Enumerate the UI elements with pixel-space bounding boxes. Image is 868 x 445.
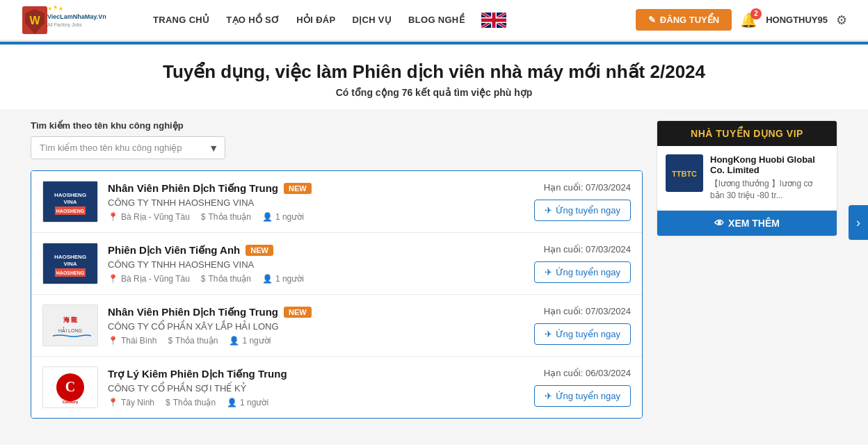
job-deadline: Hạn cuối: 07/03/2024 bbox=[544, 244, 631, 254]
table-row: HAOSHENG VINA HAOSHENG Phiên Dịch Viên T… bbox=[31, 233, 642, 295]
person-icon: 👤 bbox=[227, 398, 237, 407]
send-icon: ✈ bbox=[545, 391, 552, 401]
svg-text:C: C bbox=[65, 379, 75, 394]
vip-company-logo: TTBTC bbox=[666, 154, 703, 192]
dang-tuyen-label: ĐĂNG TUYỂN bbox=[660, 15, 719, 25]
main-content: Tìm kiếm theo tên khu công nghiệp Tìm ki… bbox=[31, 120, 643, 419]
nav-hoi-dap[interactable]: HỎI ĐÁP bbox=[296, 15, 335, 25]
svg-text:TTBTC: TTBTC bbox=[672, 170, 697, 178]
job-title: Nhân Viên Phiên Dịch Tiếng Trung bbox=[108, 182, 278, 195]
job-deadline: Hạn cuối: 07/03/2024 bbox=[544, 306, 631, 316]
svg-text:VINA: VINA bbox=[63, 261, 77, 267]
job-slots: 👤 1 người bbox=[229, 336, 271, 346]
dollar-icon: $ bbox=[166, 398, 170, 407]
job-company: CÔNG TY CỔ PHẦN SỢI THẾ KỶ bbox=[108, 383, 496, 394]
page-title: Tuyển dụng, việc làm Phiên dịch viên nhà… bbox=[14, 61, 854, 83]
haosheng-logo: HAOSHENG VINA HAOSHENG bbox=[43, 181, 97, 222]
logo-area[interactable]: W ★ ★ ★ ViecLamNhaMay.Vn All Factory Job… bbox=[21, 3, 132, 37]
vip-header: NHÀ TUYỂN DỤNG VIP bbox=[657, 121, 837, 146]
header: W ★ ★ ★ ViecLamNhaMay.Vn All Factory Job… bbox=[0, 0, 868, 42]
svg-text:★: ★ bbox=[53, 4, 58, 10]
result-count: 76 bbox=[402, 87, 413, 98]
job-salary: $ Thỏa thuận bbox=[201, 212, 251, 222]
job-logo: HAOSHENG VINA HAOSHENG bbox=[42, 181, 98, 222]
job-salary: $ Thỏa thuận bbox=[166, 398, 216, 407]
nav-tao-ho-so[interactable]: TẠO HỒ SƠ bbox=[226, 15, 280, 25]
person-icon: 👤 bbox=[229, 336, 239, 346]
job-slots: 👤 1 người bbox=[262, 212, 304, 222]
edit-icon: ✎ bbox=[648, 15, 656, 25]
ung-tuyen-button[interactable]: ✈ Ứng tuyển ngay bbox=[534, 385, 631, 407]
job-info: Phiên Dịch Viên Tiếng Anh NEW CÔNG TY TN… bbox=[108, 244, 496, 284]
svg-text:VINA: VINA bbox=[63, 199, 77, 205]
page-title-section: Tuyển dụng, việc làm Phiên dịch viên nhà… bbox=[0, 44, 868, 109]
khu-cong-nghiep-select[interactable]: Tìm kiếm theo tên khu công nghiệp bbox=[31, 136, 225, 159]
svg-text:ViecLamNhaMay.Vn: ViecLamNhaMay.Vn bbox=[47, 13, 106, 20]
notification-bell[interactable]: 🔔 2 bbox=[740, 12, 757, 29]
hailong-logo: 海 龍 HẢI LONG bbox=[43, 305, 97, 346]
svg-text:海 龍: 海 龍 bbox=[63, 316, 79, 323]
person-icon: 👤 bbox=[262, 274, 273, 284]
job-location: 📍 Tây Ninh bbox=[108, 398, 154, 407]
nav-trang-chu[interactable]: TRANG CHỦ bbox=[153, 15, 209, 25]
job-badge-new: NEW bbox=[284, 183, 312, 194]
job-right: Hạn cuối: 06/03/2024 ✈ Ứng tuyển ngay bbox=[506, 368, 631, 407]
settings-gear-icon[interactable]: ⚙ bbox=[836, 13, 847, 28]
scroll-right-button[interactable]: › bbox=[849, 205, 868, 240]
sidebar: NHÀ TUYỂN DỤNG VIP TTBTC HongKong Huobi … bbox=[657, 120, 837, 419]
job-title-row: Nhân Viên Phiên Dịch Tiếng Trung NEW bbox=[108, 306, 496, 318]
ung-tuyen-button[interactable]: ✈ Ứng tuyển ngay bbox=[534, 261, 631, 283]
job-logo: 海 龍 HẢI LONG bbox=[42, 305, 98, 346]
eye-icon: 👁 bbox=[714, 218, 724, 229]
job-badge-new: NEW bbox=[284, 307, 312, 318]
ung-tuyen-button[interactable]: ✈ Ứng tuyển ngay bbox=[534, 323, 631, 345]
language-flag-icon[interactable] bbox=[481, 13, 506, 28]
dollar-icon: $ bbox=[201, 274, 206, 284]
job-logo: C Century bbox=[42, 366, 98, 408]
job-company: CÔNG TY TNHH HAOSHENG VINA bbox=[108, 259, 496, 270]
svg-text:Century: Century bbox=[63, 400, 79, 404]
job-info: Nhân Viên Phiên Dịch Tiếng Trung NEW CÔN… bbox=[108, 182, 496, 222]
svg-text:★: ★ bbox=[58, 6, 63, 12]
page-subtitle: Có tổng cộng 76 kết quả tìm việc phù hợp bbox=[14, 87, 854, 98]
dang-tuyen-button[interactable]: ✎ ĐĂNG TUYỂN bbox=[636, 9, 732, 31]
job-slots: 👤 1 người bbox=[227, 398, 268, 407]
svg-text:HAOSHENG: HAOSHENG bbox=[54, 254, 86, 260]
nav-dich-vu[interactable]: DỊCH VỤ bbox=[353, 15, 392, 25]
nav-blog-nghe[interactable]: BLOG NGHỀ bbox=[408, 15, 465, 25]
svg-text:HAOSHENG: HAOSHENG bbox=[54, 192, 86, 198]
notification-badge: 2 bbox=[750, 8, 762, 19]
job-meta: 📍 Bà Rịa - Vũng Tàu $ Thỏa thuận 👤 1 ngư… bbox=[108, 212, 496, 222]
table-row: HAOSHENG VINA HAOSHENG Nhân Viên Phiên D… bbox=[31, 171, 642, 233]
job-right: Hạn cuối: 07/03/2024 ✈ Ứng tuyển ngay bbox=[506, 306, 631, 345]
haosheng-logo-2: HAOSHENG VINA HAOSHENG bbox=[43, 243, 97, 284]
person-icon: 👤 bbox=[262, 212, 273, 222]
svg-rect-27 bbox=[49, 308, 91, 343]
job-right: Hạn cuối: 07/03/2024 ✈ Ứng tuyển ngay bbox=[506, 182, 631, 221]
svg-text:HẢI LONG: HẢI LONG bbox=[58, 327, 82, 333]
job-title-row: Nhân Viên Phiên Dịch Tiếng Trung NEW bbox=[108, 182, 496, 195]
dollar-icon: $ bbox=[168, 336, 172, 346]
send-icon: ✈ bbox=[545, 205, 552, 216]
job-title: Nhân Viên Phiên Dịch Tiếng Trung bbox=[108, 306, 278, 318]
username-label[interactable]: HONGTHUY95 bbox=[766, 15, 828, 25]
main-container: Tìm kiếm theo tên khu công nghiệp Tìm ki… bbox=[17, 109, 851, 430]
job-meta: 📍 Thái Bình $ Thỏa thuận 👤 1 người bbox=[108, 336, 496, 346]
xem-them-button[interactable]: 👁 XEM THÊM bbox=[657, 211, 837, 236]
vip-company-info: HongKong Huobi Global Co. Limited 【lương… bbox=[710, 154, 828, 202]
vip-company-card: TTBTC HongKong Huobi Global Co. Limited … bbox=[657, 146, 837, 211]
job-right: Hạn cuối: 07/03/2024 ✈ Ứng tuyển ngay bbox=[506, 244, 631, 283]
filter-label: Tìm kiếm theo tên khu công nghiệp bbox=[31, 120, 643, 131]
job-salary: $ Thỏa thuận bbox=[168, 336, 218, 346]
svg-text:W: W bbox=[29, 15, 40, 26]
job-location: 📍 Thái Bình bbox=[108, 336, 156, 346]
svg-text:HAOSHENG: HAOSHENG bbox=[56, 270, 85, 275]
logo-icon[interactable]: W ★ ★ ★ ViecLamNhaMay.Vn All Factory Job… bbox=[21, 3, 111, 37]
job-info: Nhân Viên Phiên Dịch Tiếng Trung NEW CÔN… bbox=[108, 306, 496, 346]
ung-tuyen-button[interactable]: ✈ Ứng tuyển ngay bbox=[534, 200, 631, 221]
job-meta: 📍 Tây Ninh $ Thỏa thuận 👤 1 người bbox=[108, 398, 496, 407]
dollar-icon: $ bbox=[201, 212, 206, 222]
job-slots: 👤 1 người bbox=[262, 274, 304, 284]
job-badge-new: NEW bbox=[246, 245, 273, 256]
job-meta: 📍 Bà Rịa - Vũng Tàu $ Thỏa thuận 👤 1 ngư… bbox=[108, 274, 496, 284]
